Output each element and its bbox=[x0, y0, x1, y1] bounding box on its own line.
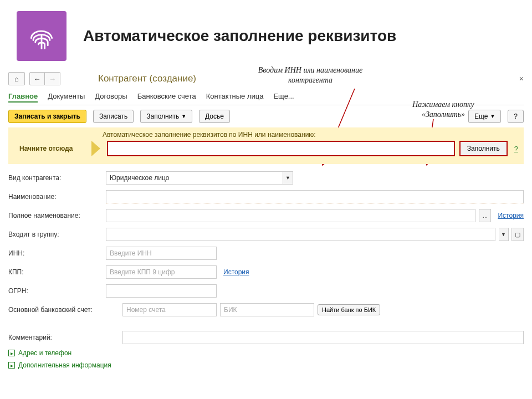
tab-contacts[interactable]: Контактные лица bbox=[206, 91, 264, 103]
label-counterparty-type: Вид контрагента: bbox=[8, 174, 103, 182]
auto-fill-label: Автоматическое заполнение реквизитов по … bbox=[103, 131, 518, 139]
inn-name-input[interactable] bbox=[107, 141, 455, 156]
label-comment: Комментарий: bbox=[8, 334, 119, 341]
history-link[interactable]: История bbox=[498, 212, 524, 219]
label-kpp: КПП: bbox=[8, 268, 103, 276]
ellipsis-button[interactable]: ... bbox=[479, 209, 491, 222]
label-inn: ИНН: bbox=[8, 249, 103, 257]
comment-input[interactable] bbox=[122, 331, 524, 344]
bik-input[interactable] bbox=[220, 303, 314, 316]
bank-account-input[interactable] bbox=[122, 303, 217, 316]
page-title: Автоматическое заполнение реквизитов bbox=[83, 27, 396, 45]
expander-address[interactable]: ▸ Адрес и телефон bbox=[8, 347, 524, 359]
fullname-input[interactable] bbox=[106, 209, 475, 222]
name-input[interactable] bbox=[106, 190, 524, 203]
group-dropdown[interactable]: ▼ bbox=[499, 228, 509, 241]
home-button[interactable]: ⌂ bbox=[8, 72, 25, 85]
tab-more[interactable]: Еще... bbox=[273, 91, 294, 103]
find-bank-button[interactable]: Найти банк по БИК bbox=[318, 304, 380, 315]
inn-input[interactable] bbox=[106, 247, 217, 260]
back-button[interactable]: ← bbox=[29, 72, 45, 85]
window-title: Контрагент (создание) bbox=[98, 73, 196, 84]
chevron-down-icon: ▼ bbox=[181, 114, 186, 119]
tab-main[interactable]: Главное bbox=[8, 91, 38, 103]
help-link[interactable]: ? bbox=[514, 145, 518, 153]
save-close-button[interactable]: Записать и закрыть bbox=[8, 110, 86, 123]
start-here-arrow: Начните отсюда bbox=[14, 145, 103, 152]
annotation-button: Нажимаем кнопку «Заполнить» bbox=[388, 100, 499, 120]
counterparty-type-select[interactable] bbox=[106, 171, 283, 185]
expand-icon: ▸ bbox=[8, 350, 15, 356]
kpp-input[interactable] bbox=[106, 265, 217, 279]
close-icon[interactable]: × bbox=[519, 74, 524, 83]
tab-documents[interactable]: Документы bbox=[48, 91, 85, 103]
save-button[interactable]: Записать bbox=[93, 110, 134, 123]
label-group: Входит в группу: bbox=[8, 231, 103, 238]
expand-icon: ▸ bbox=[8, 362, 15, 369]
kpp-history-link[interactable]: История bbox=[223, 268, 249, 276]
label-ogrn: ОГРН: bbox=[8, 287, 103, 295]
group-input[interactable] bbox=[106, 228, 495, 241]
tab-contracts[interactable]: Договоры bbox=[95, 91, 127, 103]
auto-fill-panel: Автоматическое заполнение реквизитов по … bbox=[8, 127, 524, 164]
tab-bank-accounts[interactable]: Банковские счета bbox=[137, 91, 196, 103]
expander-extra[interactable]: ▸ Дополнительная информация bbox=[8, 359, 524, 371]
dossier-button[interactable]: Досье bbox=[199, 110, 230, 123]
fill-dropdown[interactable]: Заполнить ▼ bbox=[140, 110, 192, 123]
help-button[interactable]: ? bbox=[508, 110, 524, 123]
label-fullname: Полное наименование: bbox=[8, 212, 103, 219]
label-bank-account: Основной банковский счет: bbox=[8, 306, 119, 314]
label-name: Наименование: bbox=[8, 193, 103, 201]
group-open-button[interactable]: ▢ bbox=[511, 228, 524, 241]
fingerprint-logo bbox=[17, 11, 66, 61]
forward-button[interactable]: → bbox=[45, 72, 60, 85]
dropdown-toggle[interactable]: ▼ bbox=[283, 171, 293, 185]
ogrn-input[interactable] bbox=[106, 284, 217, 298]
fill-button[interactable]: Заполнить bbox=[459, 141, 508, 156]
